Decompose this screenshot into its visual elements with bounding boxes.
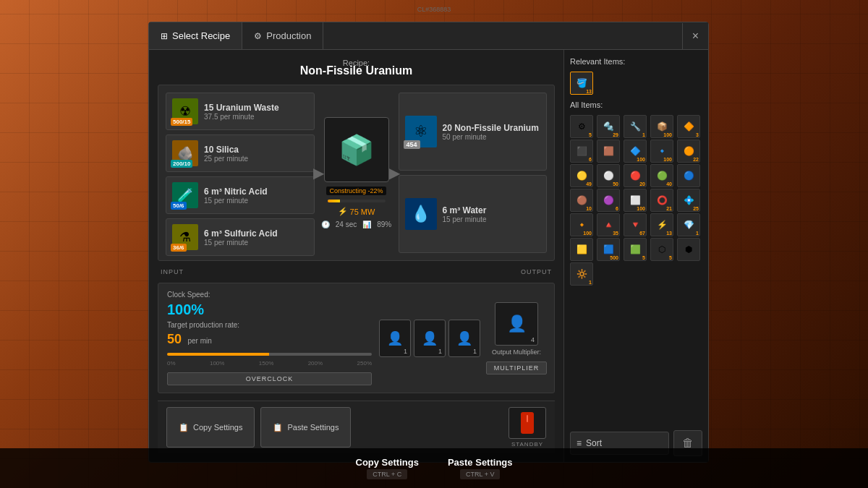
copy-shortcut: Copy Settings CTRL + C xyxy=(356,457,419,479)
all-item-17[interactable]: ⬜100 xyxy=(624,189,647,212)
all-item-19[interactable]: 💠25 xyxy=(677,189,700,212)
paste-icon: 📋 xyxy=(273,423,283,432)
all-item-18[interactable]: ⭕21 xyxy=(650,189,673,212)
overclock-slot-1[interactable]: 👤1 xyxy=(379,320,411,357)
all-items-grid: ⚙5🔩29🔧1📦100🔶3⬛6🟫🔷100🔹100🟠22🟡49⚪50🔴20🟢40🔵… xyxy=(570,115,702,286)
all-item-3[interactable]: 📦100 xyxy=(650,115,673,138)
ingredient-silica[interactable]: 🪨 200/10 10 Silica 25 per minute xyxy=(166,134,315,172)
recipe-panel: Recipe: Non-Fissile Uranium ☢ 500/15 15 … xyxy=(149,50,563,462)
all-item-6[interactable]: 🟫 xyxy=(597,140,620,163)
window-id: CL#368883 xyxy=(417,6,451,13)
items-panel: Relevant Items: 🪣 13 All Items: ⚙5🔩29🔧1📦… xyxy=(563,50,708,462)
clock-slider[interactable] xyxy=(167,353,372,356)
lightning-icon: ⚡ xyxy=(338,207,348,216)
clock-icon: 🕐 xyxy=(321,221,330,228)
overclock-slot-3[interactable]: 👤1 xyxy=(448,320,480,357)
all-item-16[interactable]: 🟣6 xyxy=(597,189,620,212)
ingredient-info-sulfuric: 6 m³ Sulfuric Acid 15 per minute xyxy=(204,228,308,247)
tab-production[interactable]: ⚙ Production xyxy=(242,22,323,49)
output-nonfissile[interactable]: ⚛ 454 20 Non-Fissile Uranium 50 per minu… xyxy=(399,93,548,171)
output-icon-water: 💧 xyxy=(405,198,437,230)
ingredient-sulfuric[interactable]: ⚗ 36/6 6 m³ Sulfuric Acid 15 per minute xyxy=(166,218,315,256)
relevant-items-title: Relevant Items: xyxy=(570,56,702,67)
machine-box[interactable]: 📦 xyxy=(324,117,389,182)
multiplier-button[interactable]: MULTIPLIER xyxy=(486,361,547,374)
ingredient-info-silica: 10 Silica 25 per minute xyxy=(204,145,308,163)
all-item-4[interactable]: 🔶3 xyxy=(677,115,700,138)
output-badge-nonfissile: 454 xyxy=(404,140,420,149)
all-item-22[interactable]: 🔻67 xyxy=(624,213,647,236)
all-item-25[interactable]: 🟨 xyxy=(570,238,593,261)
production-icon: ⚙ xyxy=(254,31,262,41)
ingredient-badge-uranium: 500/15 xyxy=(171,118,192,126)
ingredient-icon-nitric: 🧪 50/6 xyxy=(172,182,198,208)
io-section: ☢ 500/15 15 Uranium Waste 37.5 per minut… xyxy=(158,85,555,261)
machine-column: ▶ 📦 Constructing -22% ⚡ 75 MW 🕐 24 sec xyxy=(320,93,393,253)
tab-select-recipe[interactable]: ⊞ Select Recipe xyxy=(149,22,242,49)
time-info: 🕐 24 sec 📊 89% xyxy=(321,221,391,228)
arrow-right-icon: ▶ xyxy=(389,164,400,181)
arrow-left-icon: ▶ xyxy=(313,164,324,181)
relevant-items-grid: 🪣 13 xyxy=(570,72,702,95)
ingredient-badge-nitric: 50/6 xyxy=(171,202,187,210)
title-bar: ⊞ Select Recipe ⚙ Production × xyxy=(149,22,708,50)
clock-info: Clock Speed: 100% Target production rate… xyxy=(167,291,372,385)
all-item-21[interactable]: 🔺35 xyxy=(597,213,620,236)
clock-slider-row xyxy=(167,353,372,356)
constructing-bar xyxy=(328,200,386,202)
recipe-name: Non-Fissile Uranium xyxy=(158,64,555,77)
all-item-9[interactable]: 🟠22 xyxy=(677,140,700,163)
multiplier-slot[interactable]: 👤 4 xyxy=(495,302,538,346)
machine-icon: 📦 xyxy=(339,133,375,167)
bar-icon: 📊 xyxy=(362,221,371,228)
overclock-slot-2[interactable]: 👤1 xyxy=(414,320,446,357)
ingredient-badge-silica: 200/10 xyxy=(171,160,192,168)
standby-toggle xyxy=(521,412,534,434)
all-item-11[interactable]: ⚪50 xyxy=(597,164,620,187)
paste-settings-button[interactable]: 📋 Paste Settings xyxy=(260,407,351,448)
all-item-7[interactable]: 🔷100 xyxy=(624,140,647,163)
all-item-8[interactable]: 🔹100 xyxy=(650,140,673,163)
ingredient-info-nitric: 6 m³ Nitric Acid 15 per minute xyxy=(204,187,308,205)
output-icon-nonfissile: ⚛ 454 xyxy=(405,116,437,147)
output-column: ⚛ 454 20 Non-Fissile Uranium 50 per minu… xyxy=(399,93,548,253)
copy-settings-button[interactable]: 📋 Copy Settings xyxy=(166,407,255,448)
ingredient-uranium-waste[interactable]: ☢ 500/15 15 Uranium Waste 37.5 per minut… xyxy=(166,93,315,130)
all-item-20[interactable]: 🔸100 xyxy=(570,213,593,236)
all-item-14[interactable]: 🔵 xyxy=(677,164,700,187)
ingredient-icon-sulfuric: ⚗ 36/6 xyxy=(172,224,198,250)
all-item-28[interactable]: ⬡5 xyxy=(650,238,673,261)
all-item-23[interactable]: ⚡13 xyxy=(650,213,673,236)
output-multiplier-label: Output Multiplier: xyxy=(492,348,541,356)
all-item-29[interactable]: ⬢ xyxy=(677,238,700,261)
all-item-12[interactable]: 🔴20 xyxy=(624,164,647,187)
sort-icon: ≡ xyxy=(576,438,582,448)
all-item-13[interactable]: 🟢40 xyxy=(650,164,673,187)
overclock-button[interactable]: OVERCLOCK xyxy=(167,372,372,385)
all-item-10[interactable]: 🟡49 xyxy=(570,164,593,187)
all-item-30[interactable]: 🔆1 xyxy=(570,262,593,286)
standby-button[interactable] xyxy=(509,407,546,439)
standby-area: STANDBY xyxy=(509,407,546,448)
all-item-5[interactable]: ⬛6 xyxy=(570,140,593,163)
all-item-0[interactable]: ⚙5 xyxy=(570,115,593,138)
bottom-buttons: 📋 Copy Settings 📋 Paste Settings STANDBY xyxy=(158,401,555,453)
copy-icon: 📋 xyxy=(179,423,189,432)
all-item-26[interactable]: 🟦500 xyxy=(597,238,620,261)
all-item-24[interactable]: 💎1 xyxy=(677,213,700,236)
multiplier-area: 👤 4 Output Multiplier: MULTIPLIER xyxy=(488,302,545,374)
all-item-2[interactable]: 🔧1 xyxy=(624,115,647,138)
slider-ticks: 0% 100% 150% 200% 250% xyxy=(167,360,372,367)
output-info-water: 6 m³ Water 15 per minute xyxy=(443,205,541,223)
ingredient-nitric[interactable]: 🧪 50/6 6 m³ Nitric Acid 15 per minute xyxy=(166,176,315,214)
all-item-27[interactable]: 🟩5 xyxy=(624,238,647,261)
relevant-item-0[interactable]: 🪣 13 xyxy=(570,72,593,95)
output-water[interactable]: 💧 6 m³ Water 15 per minute xyxy=(399,175,548,253)
all-item-1[interactable]: 🔩29 xyxy=(597,115,620,138)
overclock-slots: 👤1 👤1 👤1 xyxy=(379,320,480,357)
close-button[interactable]: × xyxy=(682,23,708,49)
grid-icon: ⊞ xyxy=(161,31,168,41)
output-info-nonfissile: 20 Non-Fissile Uranium 50 per minute xyxy=(443,123,541,141)
all-item-15[interactable]: 🟤10 xyxy=(570,189,593,212)
multiplier-number: 4 xyxy=(531,336,535,343)
